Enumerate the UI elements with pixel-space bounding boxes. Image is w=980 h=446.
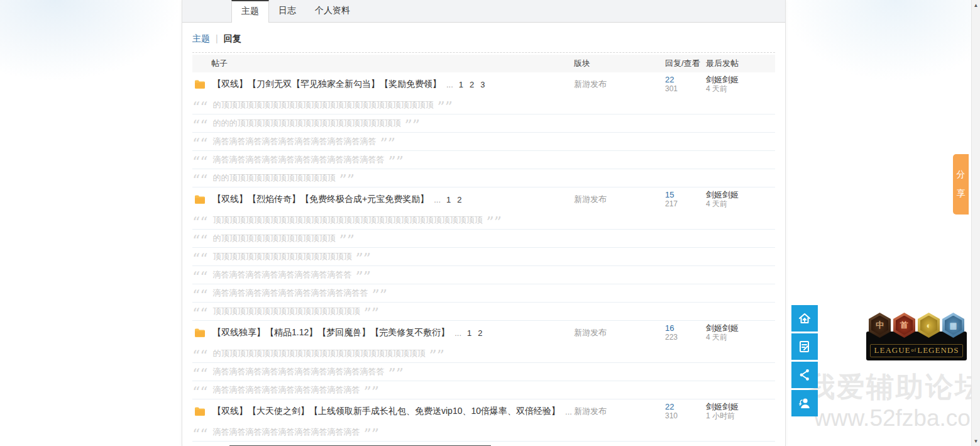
tab-profile[interactable]: 个人资料 xyxy=(306,0,360,22)
lol-emblem-red: 首 xyxy=(893,313,915,338)
subnav-separator: | xyxy=(216,33,218,43)
back-to-top-button[interactable] xyxy=(791,305,818,332)
reply-quote-text: 顶顶顶顶顶顶顶顶顶顶顶顶顶顶顶顶顶顶 xyxy=(213,306,360,317)
reply-quote-row[interactable]: ““ 的顶顶顶顶顶顶顶顶顶顶顶顶顶顶顶顶顶顶顶顶顶顶顶顶顶 ”” xyxy=(192,345,775,363)
reply-quote-row[interactable]: ““ 顶顶顶顶顶顶顶顶顶顶顶顶顶顶顶顶顶顶 ”” xyxy=(192,303,775,321)
last-post-user-link[interactable]: 剑姬剑姬 xyxy=(706,403,775,412)
thread-forum-link[interactable]: 新游发布 xyxy=(574,327,665,338)
thread-pages-ellipsis: ... xyxy=(565,407,572,416)
share-button[interactable] xyxy=(791,362,818,388)
reply-quote-row[interactable]: ““ 的顶顶顶顶顶顶顶顶顶顶顶顶顶顶顶顶顶顶顶顶顶顶顶顶顶顶 ”” xyxy=(192,96,775,114)
profile-tabbar: 主题 日志 个人资料 xyxy=(182,0,785,23)
header-replies-views: 回复/查看 xyxy=(665,58,706,69)
close-quote-icon: ”” xyxy=(364,385,380,395)
close-quote-icon: ”” xyxy=(388,367,404,377)
share-side-tab[interactable]: 分 享 xyxy=(953,154,969,215)
open-quote-icon: ““ xyxy=(192,270,208,280)
thread-page-link[interactable]: 1 xyxy=(446,195,451,204)
reply-quote-row[interactable]: ““ 滴答滴答滴答滴答滴答滴答滴答滴答滴答滴答答 ”” xyxy=(192,151,775,169)
blog-button[interactable] xyxy=(791,333,818,360)
page-scrollbar[interactable]: ▲ ▼ xyxy=(971,0,980,446)
thread-title-cell: 【双线】【刀剑无双【罕见独家全新勾当】【奖励免费领】 ... 123 xyxy=(192,79,574,90)
last-post-time: 4 天前 xyxy=(706,333,775,342)
reply-quote-row[interactable]: ““ 滴答滴答滴答滴答滴答滴答滴答滴答滴答 ”” xyxy=(192,381,775,399)
open-quote-icon: ““ xyxy=(192,385,208,395)
reply-quote-row[interactable]: ““ 滴答滴答滴答滴答滴答滴答滴答滴答答 ”” xyxy=(192,266,775,284)
thread-page-link[interactable]: 1 xyxy=(467,328,471,338)
open-quote-icon: ““ xyxy=(192,215,208,225)
thread-title-cell: 【双线】【大天使之剑】【上线领取新手成长礼包、免费送vip10、10倍爆率、双倍… xyxy=(192,406,574,417)
league-of-legends-logo: LEAGUEofLEGENDS 中 首 ◐ ▦ xyxy=(866,313,967,360)
thread-title-link[interactable]: 【双线】【烈焰传奇】【免费终极合成+元宝免费奖励】 xyxy=(212,194,429,205)
thread-page-link[interactable]: 2 xyxy=(470,80,474,89)
open-quote-icon: ““ xyxy=(192,173,208,183)
last-post-user-link[interactable]: 剑姬剑姬 xyxy=(706,324,775,333)
reply-quote-row[interactable]: ““ 顶顶顶顶顶顶顶顶顶顶顶顶顶顶顶顶顶顶顶顶顶顶顶顶顶顶顶顶顶顶顶顶顶 ”” xyxy=(192,211,775,230)
watermark-url: www.52fzba.com xyxy=(814,405,980,432)
lol-emblem-bronze: 中 xyxy=(869,313,891,338)
thread-title-link[interactable]: 【双线】【刀剑无双【罕见独家全新勾当】【奖励免费领】 xyxy=(212,79,441,90)
table-header: 帖子 版块 回复/查看 最后发帖 xyxy=(192,55,775,72)
thread-view-count: 310 xyxy=(665,412,706,421)
tab-threads[interactable]: 主题 xyxy=(231,0,269,23)
subnav: 主题|回复 xyxy=(192,23,775,53)
subnav-topics-link[interactable]: 主题 xyxy=(192,33,210,43)
last-post-user-link[interactable]: 剑姬剑姬 xyxy=(706,191,775,200)
close-quote-icon: ”” xyxy=(438,100,453,110)
side-toolbar xyxy=(791,305,818,418)
header-post: 帖子 xyxy=(192,58,574,69)
profile-panel: 主题 日志 个人资料 主题|回复 帖子 版块 回复/查看 最后发帖 【双线】【刀… xyxy=(182,0,786,446)
thread-forum-link[interactable]: 新游发布 xyxy=(574,194,665,205)
thread-forum-link[interactable]: 新游发布 xyxy=(574,406,665,417)
tab-blog[interactable]: 日志 xyxy=(269,0,306,22)
thread-page-link[interactable]: 3 xyxy=(480,80,485,89)
thread-view-count: 223 xyxy=(665,333,706,342)
folder-icon xyxy=(194,194,206,204)
thread-page-link[interactable]: 2 xyxy=(457,195,461,204)
thread-last-post: 剑姬剑姬 4 天前 xyxy=(706,191,775,209)
thread-forum-link[interactable]: 新游发布 xyxy=(574,79,665,90)
close-quote-icon: ”” xyxy=(356,270,372,280)
thread-reply-count-link[interactable]: 22 xyxy=(665,75,706,85)
thread-reply-count-link[interactable]: 22 xyxy=(665,403,706,412)
reply-quote-row[interactable]: ““ 滴答滴答滴答滴答滴答滴答滴答滴答滴答 ”” xyxy=(192,423,775,442)
share-tab-char: 分 xyxy=(957,169,966,181)
thread-reply-count-link[interactable]: 15 xyxy=(665,191,706,200)
reply-quote-row[interactable]: ““ 的的顶顶顶顶顶顶顶顶顶顶顶顶顶 ”” xyxy=(192,169,775,187)
profile-button[interactable] xyxy=(791,390,818,416)
open-quote-icon: ““ xyxy=(192,137,208,147)
reply-quote-row[interactable]: ““ 的的顶顶顶顶顶顶顶顶顶顶顶顶顶顶顶顶顶顶顶顶顶顶顶顶顶顶顶顶顶顶顶顶 ”” xyxy=(192,442,775,446)
watermark-forum-name: 我爱辅助论坛 xyxy=(807,369,980,406)
reply-quote-row[interactable]: ““ 滴答滴答滴答滴答滴答滴答滴答滴答滴答滴答 ”” xyxy=(192,133,775,151)
thread-last-post: 剑姬剑姬 1 小时前 xyxy=(706,403,775,421)
scrollbar-down-arrow-icon[interactable]: ▼ xyxy=(972,437,980,445)
thread-pages-ellipsis: ... xyxy=(434,195,441,204)
open-quote-icon: ““ xyxy=(192,306,208,316)
last-post-user-link[interactable]: 剑姬剑姬 xyxy=(706,75,775,85)
thread-reply-count-link[interactable]: 16 xyxy=(665,324,706,333)
reply-quote-row[interactable]: ““ 的的的顶顶顶顶顶顶顶顶顶顶顶顶顶顶顶顶顶顶顶顶 ”” xyxy=(192,114,775,133)
thread-view-count: 301 xyxy=(665,85,706,94)
thread-title-link[interactable]: 【双线】【大天使之剑】【上线领取新手成长礼包、免费送vip10、10倍爆率、双倍… xyxy=(212,406,560,417)
thread-title-link[interactable]: 【双线独享】【精品1.12】【梦回魔兽】【完美修复不敷衍】 xyxy=(212,327,449,338)
close-quote-icon: ”” xyxy=(372,288,388,298)
reply-quote-text: 滴答滴答滴答滴答滴答滴答滴答滴答滴答 xyxy=(213,426,360,438)
close-quote-icon: ”” xyxy=(405,118,421,128)
scrollbar-up-arrow-icon[interactable]: ▲ xyxy=(972,1,980,9)
open-quote-icon: ““ xyxy=(192,427,208,437)
close-quote-icon: ”” xyxy=(356,252,372,262)
thread-last-post: 剑姬剑姬 4 天前 xyxy=(706,324,775,342)
open-quote-icon: ““ xyxy=(192,100,208,110)
close-quote-icon: ”” xyxy=(364,427,380,437)
reply-quote-row[interactable]: ““ 的顶顶顶顶顶顶顶顶顶顶顶顶顶顶 ”” xyxy=(192,230,775,248)
reply-quote-row[interactable]: ““ 顶顶顶顶顶顶顶顶顶顶顶顶顶顶顶顶顶 ”” xyxy=(192,248,775,266)
thread-content: 主题|回复 帖子 版块 回复/查看 最后发帖 【双线】【刀剑无双【罕见独家全新勾… xyxy=(182,23,785,446)
folder-icon xyxy=(194,406,206,416)
subnav-replies-link[interactable]: 回复 xyxy=(224,33,241,43)
reply-quote-row[interactable]: ““ 滴答滴答滴答滴答滴答滴答滴答滴答滴答滴答答 ”” xyxy=(192,363,775,381)
thread-page-link[interactable]: 1 xyxy=(459,80,463,89)
reply-quote-row[interactable]: ““ 滴答滴答滴答滴答滴答滴答滴答滴答滴答答 ”” xyxy=(192,284,775,303)
thread-page-link[interactable]: 2 xyxy=(478,328,482,338)
home-icon xyxy=(797,311,812,326)
close-quote-icon: ”” xyxy=(487,215,502,225)
